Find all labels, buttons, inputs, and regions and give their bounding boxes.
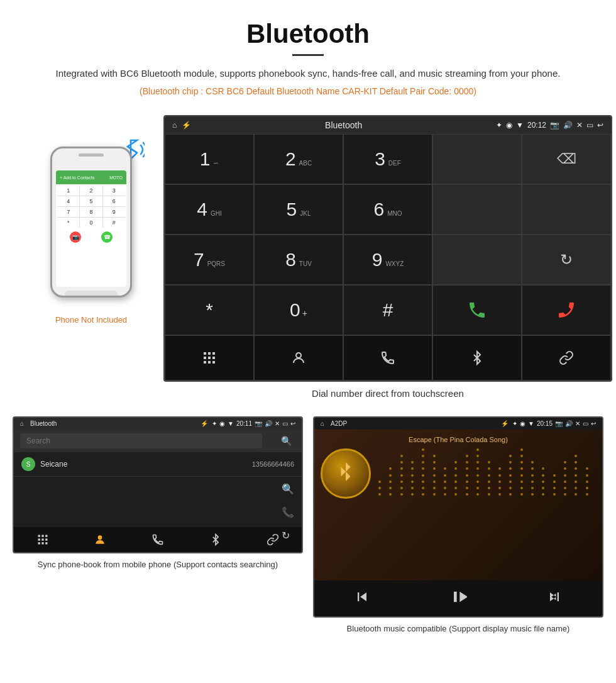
dial-key-3[interactable]: 3DEF [343, 134, 432, 184]
contacts-bt-icon: ✦ [212, 420, 217, 427]
dial-key-8[interactable]: 8TUV [254, 235, 343, 285]
contact-name: Seicane [40, 460, 252, 469]
music-waveform [378, 448, 596, 499]
music-screenshot-wrapper: ⌂ A2DP ⚡ ✦ ◉ ▼ 20:15 📷 🔊 ✕ ▭ ↩ [313, 416, 603, 635]
dial-section: + Add to Contacts MOTO 123 456 789 *0# 📷… [0, 115, 616, 410]
dial-key-5[interactable]: 5JKL [254, 184, 343, 235]
dial-key-0[interactable]: 0+ [254, 285, 343, 335]
screen-icon: ▭ [586, 121, 593, 130]
music-screen-icon: ▭ [583, 420, 588, 427]
bottom-screenshots: ⌂ Bluetooth ⚡ ✦ ◉ ▼ 20:11 📷 🔊 ✕ ▭ ↩ [0, 410, 616, 641]
bottom-apps-icon[interactable] [165, 335, 254, 380]
music-back: ↩ [591, 420, 596, 427]
dial-empty-2 [432, 184, 522, 235]
contacts-wifi-icon: ▼ [228, 420, 234, 427]
svg-point-19 [98, 535, 102, 540]
page-header: Bluetooth Integrated with BC6 Bluetooth … [0, 0, 616, 115]
svg-rect-8 [212, 361, 215, 364]
dial-key-hash[interactable]: # [343, 285, 432, 335]
contacts-home-icon: ⌂ [20, 420, 24, 427]
contacts-cam: 📷 [255, 420, 262, 427]
cb-link-icon[interactable] [267, 533, 279, 546]
svg-rect-3 [204, 357, 206, 359]
back-icon: ↩ [597, 121, 603, 130]
cb-apps-icon[interactable] [36, 533, 49, 546]
contacts-loc-icon: ◉ [219, 420, 225, 427]
music-screenshot: ⌂ A2DP ⚡ ✦ ◉ ▼ 20:15 📷 🔊 ✕ ▭ ↩ [313, 416, 603, 618]
phone-home-button [65, 291, 118, 297]
music-content: Escape (The Pina Colada Song) [314, 430, 602, 580]
dial-key-star[interactable]: * [165, 285, 254, 335]
svg-rect-2 [212, 352, 215, 355]
dial-row-2: 4GHI 5JKL 6MNO [165, 184, 611, 235]
svg-point-9 [296, 353, 301, 358]
music-loc-icon: ◉ [520, 420, 525, 427]
album-bt-icon [334, 460, 357, 487]
album-art [321, 448, 371, 499]
bottom-link-icon[interactable] [522, 335, 611, 380]
svg-rect-4 [208, 357, 211, 359]
contact-avatar: S [21, 457, 35, 471]
contacts-search-input[interactable] [20, 433, 262, 448]
time-display: 20:12 [527, 121, 546, 130]
contacts-screen: ⌂ Bluetooth ⚡ ✦ ◉ ▼ 20:11 📷 🔊 ✕ ▭ ↩ [14, 418, 302, 552]
play-pause-button[interactable] [449, 588, 467, 609]
svg-rect-18 [45, 542, 47, 544]
dial-refresh[interactable]: ↻ [522, 235, 611, 285]
dial-key-7[interactable]: 7PQRS [165, 235, 254, 285]
dial-backspace[interactable]: ⌫ [522, 134, 611, 184]
dial-key-4[interactable]: 4GHI [165, 184, 254, 235]
page-description: Integrated with BC6 Bluetooth module, su… [38, 66, 578, 81]
svg-rect-16 [38, 542, 40, 544]
contacts-bottom-bar [14, 527, 302, 552]
usb-icon: ⚡ [182, 121, 191, 130]
svg-rect-7 [208, 361, 211, 364]
wifi-icon: ▼ [516, 121, 524, 130]
location-icon: ◉ [506, 121, 512, 130]
bottom-bluetooth-icon[interactable] [432, 335, 522, 380]
music-song-title: Escape (The Pina Colada Song) [409, 436, 508, 443]
page-title: Bluetooth [38, 19, 578, 49]
dial-screen-title: Bluetooth [196, 120, 491, 130]
phone-screen: + Add to Contacts MOTO 123 456 789 *0# 📷… [56, 170, 126, 287]
bottom-phone-icon[interactable] [343, 335, 432, 380]
dial-key-9[interactable]: 9WXYZ [343, 235, 432, 285]
contacts-vol: 🔊 [265, 420, 272, 427]
contacts-list: S Seicane 13566664466 [14, 452, 302, 477]
contacts-screenshot-wrapper: ⌂ Bluetooth ⚡ ✦ ◉ ▼ 20:11 📷 🔊 ✕ ▭ ↩ [13, 416, 303, 635]
contacts-title: Bluetooth [30, 420, 197, 427]
cb-bt-icon[interactable] [209, 533, 222, 546]
volume-icon: 🔊 [563, 121, 573, 130]
cb-phone-icon[interactable] [151, 533, 164, 546]
contact-number: 13566664466 [252, 460, 294, 468]
svg-rect-0 [204, 352, 206, 355]
music-right-icons: ✦ ◉ ▼ 20:15 📷 🔊 ✕ ▭ ↩ [512, 420, 596, 427]
dial-call-button[interactable] [432, 285, 522, 335]
dial-empty-4 [432, 235, 522, 285]
next-button[interactable] [546, 588, 563, 609]
home-icon: ⌂ [172, 121, 177, 130]
contacts-search-icon: 🔍 [281, 436, 292, 446]
dial-key-6[interactable]: 6MNO [343, 184, 432, 235]
dial-end-button[interactable] [522, 285, 611, 335]
dial-empty-1 [432, 134, 522, 184]
contacts-search-action[interactable]: 🔍 [282, 483, 294, 495]
dial-bottom-bar [165, 335, 611, 380]
cb-contacts-icon[interactable] [94, 533, 106, 546]
contacts-right-icons: ✦ ◉ ▼ 20:11 📷 🔊 ✕ ▭ ↩ [212, 420, 295, 427]
music-bt-icon: ✦ [512, 420, 517, 427]
contacts-status-bar: ⌂ Bluetooth ⚡ ✦ ◉ ▼ 20:11 📷 🔊 ✕ ▭ ↩ [14, 418, 302, 430]
dial-empty-3 [522, 184, 611, 235]
contacts-call-action[interactable]: 📞 [282, 506, 294, 518]
bottom-contacts-icon[interactable] [254, 335, 343, 380]
dial-row-4: * 0+ # [165, 285, 611, 335]
dial-caption: Dial number direct from touchscreen [163, 388, 612, 399]
prev-button[interactable] [353, 588, 371, 609]
dial-key-2[interactable]: 2ABC [254, 134, 343, 184]
status-right-icons: ✦ ◉ ▼ 20:12 📷 🔊 ✕ ▭ ↩ [496, 121, 603, 130]
svg-rect-17 [41, 542, 43, 544]
dial-key-1[interactable]: 1∽ [165, 134, 254, 184]
contacts-refresh-action[interactable]: ↻ [282, 530, 294, 541]
svg-rect-5 [212, 357, 215, 359]
svg-rect-12 [45, 535, 47, 537]
